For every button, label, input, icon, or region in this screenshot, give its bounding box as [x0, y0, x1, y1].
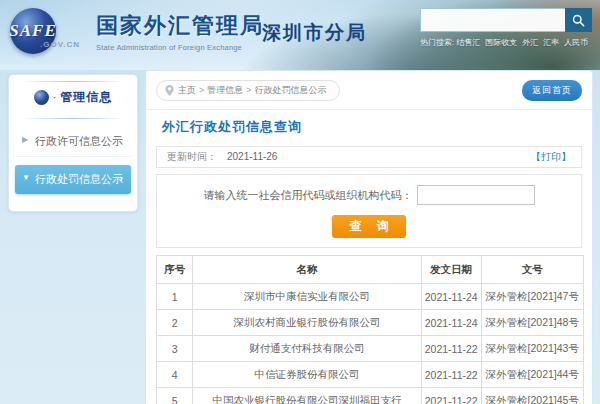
issue-date-cell: 2021-11-22 — [421, 336, 481, 362]
chevron-right-icon: › — [119, 172, 123, 184]
table-row: 1深圳市中康信实业有限公司2021-11-24深外管检[2021]47号 — [157, 284, 584, 310]
triangle-right-icon: ▶ — [22, 135, 28, 144]
table-body: 1深圳市中康信实业有限公司2021-11-24深外管检[2021]47号2深圳农… — [157, 284, 584, 404]
breadcrumb-link[interactable]: 管理信息 — [207, 85, 243, 95]
row-index-cell: 5 — [157, 388, 193, 404]
update-time-label: 更新时间： — [167, 151, 217, 162]
row-index-cell: 4 — [157, 362, 193, 388]
row-index-cell: 1 — [157, 284, 193, 310]
doc-number-cell: 深外管检[2021]48号 — [481, 310, 584, 336]
gov-cn-label: .GOV.CN — [40, 40, 80, 49]
hot-word-link[interactable]: 国际收支 — [485, 38, 517, 47]
issue-date-cell: 2021-11-22 — [421, 362, 481, 388]
table-row: 2深圳农村商业银行股份有限公司2021-11-24深外管检[2021]48号 — [157, 310, 584, 336]
safe-logo-text: SAFE — [9, 21, 56, 41]
hot-search-row: 热门搜索:结售汇国际收支外汇汇率人民币 — [420, 37, 593, 48]
dot-separator: · — [53, 92, 56, 103]
sidebar-item-label: 行政许可信息公示 — [35, 135, 123, 147]
query-box: 请输入统一社会信用代码或组织机构代码： 查 询 — [156, 174, 582, 248]
sidebar: · 管理信息 ▶行政许可信息公示▼行政处罚信息公示› — [8, 74, 138, 212]
hot-word-link[interactable]: 汇率 — [543, 38, 559, 47]
sidebar-item-list: ▶行政许可信息公示▼行政处罚信息公示› — [9, 127, 137, 194]
breadcrumb: 主页>管理信息>行政处罚信息公示 — [156, 80, 340, 101]
table-column-header: 序号 — [157, 256, 193, 284]
search-input[interactable] — [420, 8, 565, 32]
row-index-cell: 3 — [157, 336, 193, 362]
doc-number-cell: 深外管检[2021]44号 — [481, 362, 584, 388]
company-name-cell[interactable]: 中信证券股份有限公司 — [193, 362, 421, 388]
banner-search — [420, 8, 592, 32]
breadcrumb-link[interactable]: 主页 — [178, 85, 196, 95]
sidebar-item-label: 行政处罚信息公示 — [35, 173, 123, 185]
company-name-cell[interactable]: 中国农业银行股份有限公司深圳福田支行 — [193, 388, 421, 404]
doc-number-cell: 深外管检[2021]43号 — [481, 336, 584, 362]
org-name: 国家外汇管理局 — [96, 11, 264, 41]
sidebar-item-penalty-disclosure[interactable]: ▼行政处罚信息公示› — [15, 165, 131, 194]
safe-mini-globe-icon — [34, 90, 49, 105]
sidebar-item-permit-disclosure[interactable]: ▶行政许可信息公示 — [15, 127, 131, 157]
table-column-header: 发文日期 — [421, 256, 481, 284]
breadcrumb-separator: > — [199, 85, 204, 95]
table-row: 5中国农业银行股份有限公司深圳福田支行2021-11-22深外管检[2021]4… — [157, 388, 584, 404]
sidebar-header: · 管理信息 — [9, 75, 137, 119]
company-name-cell[interactable]: 财付通支付科技有限公司 — [193, 336, 421, 362]
breadcrumb-parts: 主页>管理信息>行政处罚信息公示 — [178, 84, 327, 97]
org-name-english: State Administration of Foreign Exchange — [96, 43, 264, 52]
update-time-value: 2021-11-26 — [227, 151, 277, 162]
page-title: 外汇行政处罚信息查询 — [146, 110, 592, 142]
table-row: 4中信证券股份有限公司2021-11-22深外管检[2021]44号 — [157, 362, 584, 388]
update-time-box: 更新时间：2021-11-26 【打印】 — [156, 146, 582, 168]
site-banner: SAFE .GOV.CN 国家外汇管理局 State Administratio… — [0, 0, 600, 70]
query-button[interactable]: 查 询 — [332, 215, 406, 238]
return-home-button[interactable]: 返回首页 — [522, 80, 582, 101]
table-header-row: 序号名称发文日期文号 — [157, 256, 584, 284]
print-link[interactable]: 【打印】 — [531, 150, 571, 164]
issue-date-cell: 2021-11-24 — [421, 310, 481, 336]
breadcrumb-row: 主页>管理信息>行政处罚信息公示 返回首页 — [146, 71, 592, 110]
table-column-header: 名称 — [193, 256, 421, 284]
doc-number-cell: 深外管检[2021]45号 — [481, 388, 584, 404]
issue-date-cell: 2021-11-24 — [421, 284, 481, 310]
branch-name: 深圳市分局 — [262, 20, 367, 46]
triangle-down-icon: ▼ — [22, 173, 30, 182]
penalty-table: 序号名称发文日期文号 1深圳市中康信实业有限公司2021-11-24深外管检[2… — [156, 255, 584, 404]
hot-word-list: 结售汇国际收支外汇汇率人民币 — [456, 38, 593, 47]
hot-word-link[interactable]: 人民币 — [564, 38, 588, 47]
company-name-cell[interactable]: 深圳市中康信实业有限公司 — [193, 284, 421, 310]
query-code-label: 请输入统一社会信用代码或组织机构代码： — [204, 188, 413, 203]
company-name-cell[interactable]: 深圳农村商业银行股份有限公司 — [193, 310, 421, 336]
hot-word-link[interactable]: 外汇 — [522, 38, 538, 47]
hot-word-link[interactable]: 结售汇 — [456, 38, 480, 47]
breadcrumb-separator: > — [246, 85, 251, 95]
screen: SAFE .GOV.CN 国家外汇管理局 State Administratio… — [0, 0, 600, 404]
search-button[interactable] — [565, 8, 592, 32]
issue-date-cell: 2021-11-22 — [421, 388, 481, 404]
hot-search-label: 热门搜索: — [420, 38, 454, 47]
doc-number-cell: 深外管检[2021]47号 — [481, 284, 584, 310]
search-icon — [572, 14, 585, 27]
org-title-block: 国家外汇管理局 State Administration of Foreign … — [96, 11, 264, 52]
row-index-cell: 2 — [157, 310, 193, 336]
breadcrumb-link[interactable]: 行政处罚信息公示 — [255, 85, 327, 95]
location-pin-icon — [165, 85, 174, 96]
main-panel: 主页>管理信息>行政处罚信息公示 返回首页 外汇行政处罚信息查询 更新时间：20… — [145, 70, 593, 404]
table-row: 3财付通支付科技有限公司2021-11-22深外管检[2021]43号 — [157, 336, 584, 362]
table-column-header: 文号 — [481, 256, 584, 284]
credit-code-input[interactable] — [417, 185, 535, 205]
sidebar-title: 管理信息 — [60, 89, 112, 106]
